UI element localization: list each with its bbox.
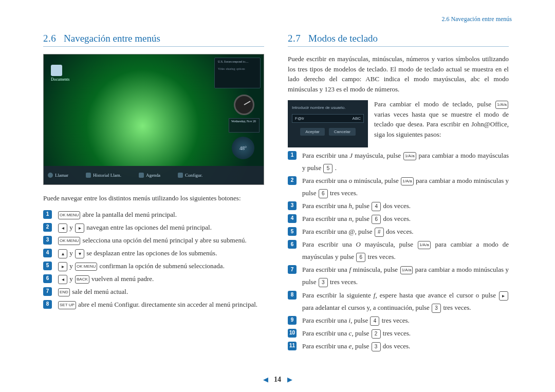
key-icon: BACK (75, 275, 89, 284)
device-screenshot: Documents Wednesday, Nov 20 48° Llamar H… (43, 54, 264, 185)
right-column: 2.7 Modos de teclado Puede escribir en m… (288, 33, 509, 353)
inset-cancel-button: Cancelar (329, 128, 356, 136)
left-intro: Puede navegar entre los distintos menús … (43, 193, 264, 203)
list-item: 1Para escribir una J mayúscula, pulse 1/… (288, 150, 509, 174)
step-number: 4 (43, 249, 52, 257)
screenshot-btn-history: Historial Llam. (86, 173, 121, 178)
key-icon: ▴ (58, 249, 67, 258)
italic-char: O (356, 240, 361, 248)
right-para-1: Puede escribir en mayúsculas, minúsculas… (288, 54, 509, 94)
list-item: 7END sale del menú actual. (43, 286, 264, 298)
screenshot-date-widget: Wednesday, Nov 20 (229, 118, 260, 133)
key-icon: SET UP (58, 301, 76, 309)
italic-char: f (374, 291, 376, 299)
step-number: 9 (288, 316, 297, 325)
step-number: 8 (288, 291, 297, 300)
screenshot-weather-widget: 48° (232, 137, 254, 159)
key-icon: 2 (372, 329, 381, 339)
heading-title: Navegación entre menús (64, 33, 160, 44)
list-item: 3Para escribir una h, pulse 4 dos veces. (288, 200, 509, 212)
italic-char: e (349, 342, 352, 350)
list-item: 5Para escribir una @, pulse # dos veces. (288, 226, 509, 238)
key-icon: 6 (319, 189, 328, 198)
step-number: 7 (288, 265, 297, 274)
italic-char: f (349, 266, 351, 273)
key-icon: ◂ (58, 275, 67, 284)
key-icon: 6 (372, 215, 381, 224)
screenshot-clock-widget (234, 95, 254, 115)
list-item: 5▸ y OK MENU confirman la opción de subm… (43, 260, 264, 272)
italic-char: i (349, 316, 351, 324)
step-number: 1 (288, 151, 297, 160)
keyboard-steps-list: 1Para escribir una J mayúscula, pulse 1/… (288, 150, 509, 352)
section-heading-2-6: 2.6 Navegación entre menús (43, 33, 264, 47)
screenshot-docs-icon: Documents (51, 65, 69, 82)
screenshot-bottom-bar: Llamar Historial Llam. Agenda Configur. (44, 166, 264, 184)
inset-accept-button: Aceptar (300, 128, 325, 136)
key-icon: # (375, 228, 384, 237)
step-number: 11 (288, 342, 297, 350)
italic-char: o (349, 177, 353, 184)
inset-input-field: F@tr ABC (292, 114, 364, 123)
step-number: 1 (43, 210, 52, 219)
key-icon: ▸ (499, 291, 508, 301)
section-heading-2-7: 2.7 Modos de teclado (288, 33, 509, 47)
step-number: 5 (288, 227, 297, 236)
list-item: 2Para escribir una o minúscula, pulse 1/… (288, 175, 509, 199)
heading-title: Modos de teclado (308, 33, 378, 44)
list-item: 4Para escribir una n, pulse 6 dos veces. (288, 213, 509, 225)
inset-field-value: F@tr (295, 116, 304, 121)
list-item: 3OK MENU selecciona una opción del menú … (43, 234, 264, 247)
italic-char: J (349, 152, 353, 159)
key-icon: 1/A/a (400, 266, 413, 274)
step-number: 2 (43, 223, 52, 232)
heading-number: 2.7 (288, 33, 301, 44)
list-item: 6Para escribir una O mayúscula, pulse 1/… (288, 238, 509, 263)
key-icon: END (58, 288, 70, 296)
italic-char: @ (349, 228, 355, 235)
list-item: 8Para escribir la siguiente f, espere ha… (288, 289, 509, 314)
list-item: 4▴ y ▾ se desplazan entre las opciones d… (43, 247, 264, 259)
key-icon: ▸ (58, 262, 67, 271)
italic-char: n (349, 215, 353, 222)
navigation-steps-list: 1OK MENU abre la pantalla del menú princ… (43, 209, 264, 311)
key-icon: ◂ (58, 223, 67, 233)
key-icon: 4 (370, 316, 379, 326)
step-number: 6 (288, 240, 297, 249)
key-icon: 1/A/a (401, 177, 414, 185)
key-icon: 1/A/a (418, 241, 431, 249)
inset-title: Introducir nombre de usuario. (292, 105, 364, 110)
key-icon: 3 (432, 304, 441, 313)
key-icon: 6 (356, 253, 365, 262)
screenshot-btn-config: Configur. (178, 173, 202, 178)
list-item: 10Para escribir una c, pulse 2 tres vece… (288, 327, 509, 340)
next-page-icon[interactable]: ▶ (287, 376, 292, 383)
prev-page-icon[interactable]: ◀ (263, 376, 268, 383)
running-head: 2.6 Navegación entre menús (441, 15, 512, 23)
key-icon: ▾ (75, 249, 84, 258)
step-number: 3 (43, 236, 52, 245)
list-item: 7Para escribir una f minúscula, pulse 1/… (288, 264, 509, 288)
step-number: 2 (288, 176, 297, 185)
key-icon: 5 (323, 164, 332, 173)
key-icon: 3 (372, 342, 381, 351)
left-column: 2.6 Navegación entre menús Documents Wed… (43, 33, 264, 353)
screenshot-news-widget (214, 58, 261, 88)
key-icon: 3 (319, 278, 328, 287)
screenshot-btn-call: Llamar (48, 173, 68, 178)
key-icon: 1/A/a (495, 101, 508, 109)
inset-field-mode: ABC (353, 116, 361, 121)
list-item: 8SET UP abre el menú Configur. directame… (43, 298, 264, 311)
step-number: 5 (43, 262, 52, 270)
italic-char: h (349, 202, 353, 210)
step-number: 3 (288, 201, 297, 210)
key-icon: 1/A/a (403, 152, 416, 160)
key-icon: ▸ (75, 223, 84, 233)
page-number: 14 (274, 376, 281, 383)
step-number: 7 (43, 287, 52, 296)
step-number: 4 (288, 214, 297, 223)
italic-char: c (349, 329, 352, 337)
page-navigation: ◀ 14 ▶ (0, 376, 555, 384)
key-icon: 4 (372, 202, 381, 211)
screenshot-btn-agenda: Agenda (139, 173, 160, 178)
